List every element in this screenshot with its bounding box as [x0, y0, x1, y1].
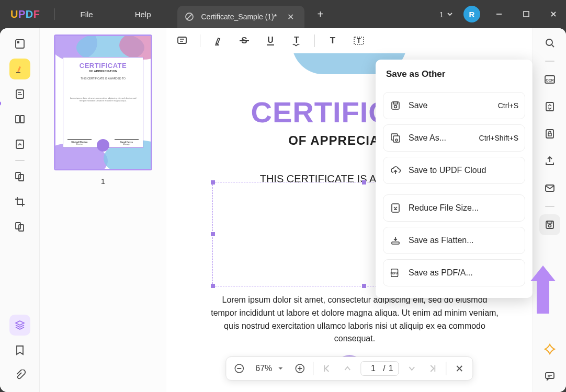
rail-layers-icon[interactable]	[9, 315, 30, 336]
cloud-upload-icon	[390, 165, 401, 176]
tab-close-button[interactable]: ✕	[284, 12, 297, 22]
svg-text:U: U	[267, 36, 274, 44]
svg-rect-7	[16, 116, 19, 123]
rail-crop-icon[interactable]	[9, 191, 30, 212]
share-icon[interactable]	[539, 151, 560, 171]
svg-rect-6	[16, 90, 24, 98]
svg-text:OCR: OCR	[546, 78, 554, 82]
thumb-awarded: THIS CERTIFICATE IS AWARDED TO	[66, 77, 140, 80]
underline-icon[interactable]: U	[261, 32, 280, 50]
right-rail: OCR	[533, 28, 566, 392]
rail-compare-icon[interactable]	[9, 166, 30, 187]
svg-rect-14	[178, 37, 186, 43]
ocr-icon[interactable]: OCR	[539, 69, 560, 90]
page-thumbnail[interactable]: CERTIFICATE OF APPRECIATION THIS CERTIFI…	[54, 34, 152, 170]
rail-highlight-icon[interactable]	[9, 59, 30, 79]
user-avatar[interactable]: R	[463, 6, 480, 22]
svg-rect-4	[16, 40, 24, 48]
rail-bookmark-icon[interactable]	[9, 340, 30, 361]
rail-stamps-icon[interactable]	[9, 216, 30, 237]
shortcut-text: Ctrl+Shift+S	[479, 134, 518, 142]
text-toolbar: S U T T T	[166, 28, 533, 53]
zoom-in-button[interactable]	[292, 361, 308, 376]
svg-rect-42	[393, 102, 398, 104]
email-icon[interactable]	[539, 178, 560, 199]
page-input[interactable]	[366, 364, 380, 373]
rail-notes-icon[interactable]	[9, 84, 30, 105]
zoom-dropdown[interactable]	[277, 365, 284, 372]
page-indicator[interactable]: / 1	[360, 361, 399, 376]
window-close[interactable]	[545, 6, 562, 22]
svg-rect-8	[20, 116, 24, 123]
textbox-icon[interactable]: T	[349, 32, 368, 50]
save-item-save[interactable]: Save Ctrl+S	[383, 92, 525, 119]
tab-modified-icon	[185, 12, 194, 21]
feedback-icon[interactable]	[539, 366, 560, 387]
app-logo: UPDF	[0, 8, 50, 20]
strikethrough-icon[interactable]: S	[235, 32, 254, 50]
convert-icon[interactable]	[539, 96, 560, 117]
thumbnail-page-number: 1	[101, 177, 105, 186]
thumb-lorem: Lorem ipsum dolor sit amet, consectetur …	[66, 97, 140, 102]
save-item-flatten[interactable]: Save as Flatten...	[383, 227, 525, 254]
text-icon[interactable]: T	[323, 32, 342, 50]
tab-title: Certificate_Sample (1)*	[201, 13, 277, 21]
save-panel-title: Save as Other	[383, 69, 525, 87]
ai-icon[interactable]	[539, 339, 560, 360]
rail-thumbnails-icon[interactable]	[9, 33, 30, 54]
document-tab[interactable]: Certificate_Sample (1)* ✕	[177, 6, 305, 28]
save-icon	[390, 100, 401, 111]
search-icon[interactable]	[539, 32, 560, 53]
reduce-size-icon	[390, 202, 401, 214]
svg-rect-35	[546, 185, 554, 191]
first-page-button[interactable]	[319, 361, 334, 376]
zoom-out-button[interactable]	[231, 361, 247, 376]
menu-help[interactable]: Help	[114, 10, 172, 19]
svg-line-1	[187, 14, 192, 19]
rail-attachment-icon[interactable]	[9, 365, 30, 386]
next-page-button[interactable]	[404, 361, 420, 376]
svg-point-41	[394, 106, 397, 108]
save-item-pdfa[interactable]: PDF/A Save as PDF/A...	[383, 259, 525, 286]
new-tab-button[interactable]: +	[313, 7, 327, 21]
svg-rect-38	[548, 221, 552, 223]
thumb-title: CERTIFICATE	[66, 62, 140, 70]
shortcut-text: Ctrl+S	[498, 101, 518, 110]
save-item-save-as[interactable]: Save As... Ctrl+Shift+S	[383, 124, 525, 152]
pdfa-icon: PDF/A	[390, 267, 401, 279]
close-zoombar-button[interactable]	[452, 361, 468, 376]
last-page-button[interactable]	[425, 361, 441, 376]
save-item-cloud[interactable]: Save to UPDF Cloud	[383, 157, 525, 184]
rail-reader-icon[interactable]	[9, 109, 30, 130]
thumbnail-panel: CERTIFICATE OF APPRECIATION THIS CERTIFI…	[40, 28, 166, 392]
squiggly-icon[interactable]: T	[287, 32, 306, 50]
zoom-page-bar: 67% / 1	[225, 356, 473, 381]
window-maximize[interactable]	[518, 6, 535, 22]
protect-icon[interactable]	[539, 123, 560, 144]
svg-text:T: T	[294, 36, 299, 44]
thumb-subtitle: OF APPRECIATION	[66, 70, 140, 73]
save-item-reduce[interactable]: Reduce File Size...	[383, 194, 525, 222]
svg-rect-47	[392, 242, 399, 244]
highlighter-icon[interactable]	[209, 32, 228, 50]
svg-rect-5	[17, 41, 19, 43]
svg-text:T: T	[357, 37, 361, 44]
svg-line-29	[552, 45, 554, 47]
zoom-value: 67%	[255, 364, 272, 373]
title-bar: UPDF File Help Certificate_Sample (1)* ✕…	[0, 0, 566, 28]
svg-rect-13	[19, 225, 24, 231]
doc-body: Lorem ipsum dolor sit amet, consectetur …	[208, 294, 501, 345]
flatten-icon	[390, 235, 401, 246]
left-rail	[0, 28, 40, 392]
window-minimize[interactable]	[491, 6, 507, 22]
menu-file[interactable]: File	[59, 10, 114, 19]
svg-rect-34	[548, 133, 551, 136]
trial-indicator[interactable]: 1	[439, 10, 453, 19]
svg-rect-3	[524, 11, 529, 17]
save-other-icon[interactable]	[539, 214, 560, 235]
rail-brush-icon[interactable]	[9, 134, 30, 155]
annotation-arrow	[528, 263, 558, 316]
prev-page-button[interactable]	[339, 361, 355, 376]
comment-icon[interactable]	[173, 32, 191, 50]
svg-text:T: T	[330, 36, 336, 45]
